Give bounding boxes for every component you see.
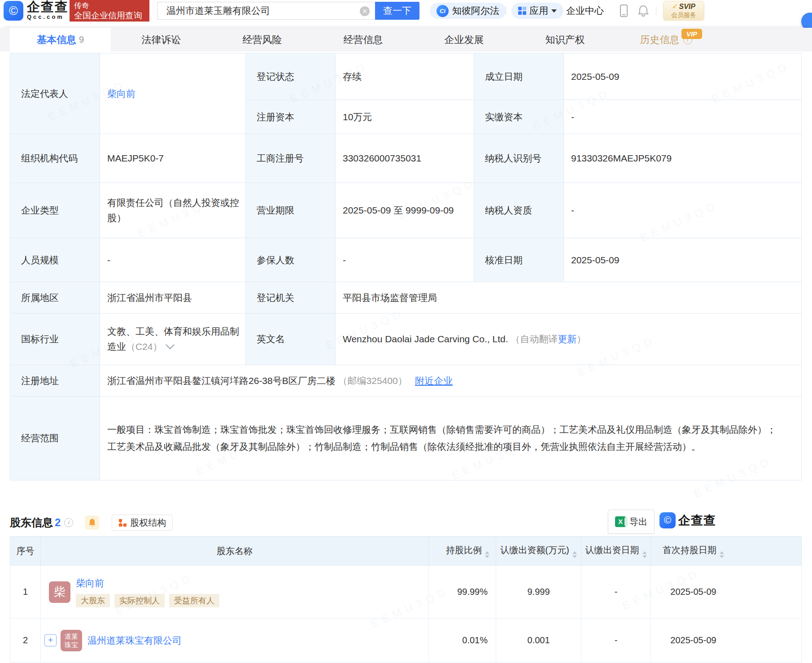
tab-company-development[interactable]: 企业发展 [414,28,515,52]
tab-basic-info[interactable]: 基本信息 9 [10,28,111,52]
sort-icon [485,551,489,558]
first-hold-date-value: 2025-05-09 [651,619,802,663]
tag-actual-controller: 实际控制人 [114,594,165,607]
tab-count: 9 [79,35,84,45]
business-term-label: 营业期限 [246,183,336,238]
company-type-value: 有限责任公司（自然人投资或控股） [100,183,246,238]
subscribe-date-value: - [581,619,651,663]
tab-operation-info[interactable]: 经营信息 [313,28,414,52]
translate-update-link[interactable]: 更新 [558,334,576,344]
tab-label: 基本信息 [37,33,76,47]
shareholder-name-link[interactable]: 温州道莱珠宝有限公司 [87,634,182,647]
enterprise-center-link[interactable]: 企业中心 [566,0,604,22]
shareholder-cell: + 道莱珠宝 温州道莱珠宝有限公司 [41,619,429,663]
industry-label: 国标行业 [10,314,100,365]
first-hold-date-value: 2025-05-09 [651,566,802,619]
insured-count-value: - [336,238,474,282]
qcc-logo-subtitle: Qcc.com [27,13,69,20]
zhibi-alpha-entry[interactable]: Ci 知彼阿尔法 [430,3,506,19]
table-row: 1 柴 柴向前 大股东 实际控制人 受益所有人 99.99% 9.999 - 2… [10,566,802,619]
promo-line1: 传奇 [74,1,145,10]
col-ratio-sort[interactable]: 持股比例 [429,537,496,566]
region-label: 所属地区 [10,282,100,314]
reg-number-value: 330326000735031 [336,134,474,183]
export-button[interactable]: X 导出 [608,510,655,534]
legal-rep-link[interactable]: 柴向前 [107,88,135,99]
taxpayer-quality-label: 纳税人资质 [474,183,564,238]
tab-label: 法律诉讼 [142,33,181,47]
paid-capital-label: 实缴资本 [474,100,564,134]
establish-date-label: 成立日期 [474,53,564,100]
business-term-value: 2025-05-09 至 9999-09-09 [336,183,474,238]
shareholders-table: 序号 股东名称 持股比例 认缴出资额(万元) 认缴出资日期 首次持股日期 1 柴… [10,536,802,663]
search-button[interactable]: 查一下 [375,2,419,20]
divider [506,7,506,15]
english-name-text: Wenzhou Daolai Jade Carving Co., Ltd. [343,334,508,344]
col-first-hold-date-label: 首次持股日期 [663,545,716,555]
tag-beneficial-owner: 受益所有人 [169,594,219,607]
region-value: 浙江省温州市平阳县 [100,282,246,314]
shareholder-cell: 柴 柴向前 大股东 实际控制人 受益所有人 [41,566,429,619]
qcc-logo-icon[interactable]: © [4,1,23,21]
tab-operation-risk[interactable]: 经营风险 [212,28,313,52]
zhibi-alpha-icon: Ci [437,5,449,17]
tab-label: 知识产权 [546,33,585,47]
notification-bell-icon[interactable] [637,4,649,17]
clear-search-icon[interactable]: ✕ [360,6,370,16]
search-box: ✕ [157,2,375,20]
equity-structure-label: 股权结构 [130,517,166,529]
equity-structure-button[interactable]: 股权结构 [112,515,173,531]
industry-expand-chevron-icon[interactable] [166,340,175,349]
tab-label: 企业发展 [445,33,484,47]
shareholders-info-icon[interactable]: i [64,518,73,527]
reg-authority-label: 登记机关 [246,282,336,314]
col-subscribe-date-sort[interactable]: 认缴出资日期 [581,537,651,566]
tab-label: 经营信息 [344,33,383,47]
sort-icon [720,551,724,558]
col-ratio-label: 持股比例 [446,545,482,555]
approval-date-value: 2025-05-09 [564,238,802,282]
ratio-value: 99.99% [429,566,496,619]
apps-menu[interactable]: 应用 [511,3,563,19]
col-amount-sort[interactable]: 认缴出资额(万元) [496,537,581,566]
shareholder-name-link[interactable]: 柴向前 [76,578,104,588]
reg-number-label: 工商注册号 [246,134,336,183]
excel-icon: X [615,516,626,527]
col-first-hold-date-sort[interactable]: 首次持股日期 [651,537,802,566]
shareholder-avatar[interactable]: 道莱珠宝 [61,630,82,651]
expand-plus-button[interactable]: + [44,634,57,646]
subscribe-date-value: - [581,566,651,619]
promo-badge[interactable]: 传奇 全国企业信用查询 [70,0,149,22]
tab-intellectual-property[interactable]: 知识产权 [515,28,616,52]
tab-legal-litigation[interactable]: 法律诉讼 [111,28,212,52]
svip-check-icon: ✓ [672,3,678,10]
amount-value: 0.001 [496,619,581,663]
taxpayer-quality-value: - [564,183,802,238]
amount-value: 9.999 [496,566,581,619]
english-name-label: 英文名 [246,314,336,365]
tab-history-info[interactable]: 历史信息 i VIP [616,28,716,52]
reg-capital-label: 注册资本 [246,100,336,134]
top-header: © 企查查 Qcc.com 传奇 全国企业信用查询 ✕ 查一下 Ci 知彼阿尔法… [0,0,812,22]
nearby-companies-link[interactable]: 附近企业 [415,375,453,386]
divider [656,7,656,15]
export-label: 导出 [629,516,647,528]
qcc-brand-text: 企查查 [678,512,716,528]
shareholder-avatar[interactable]: 柴 [49,581,70,603]
address-postcode: （邮编325400） [338,375,407,386]
insured-count-label: 参保人数 [246,238,336,282]
vip-badge: VIP [681,29,702,39]
address-value: 浙江省温州市平阳县鳌江镇河垟路26-38号B区厂房二楼 （邮编325400） 附… [100,365,802,397]
qcc-logo[interactable]: 企查查 Qcc.com [27,0,69,20]
mobile-app-icon[interactable] [620,4,628,17]
subscribe-bell-icon[interactable] [85,515,99,530]
search-input[interactable] [157,2,375,19]
ratio-value: 0.01% [429,619,496,663]
tab-label: 历史信息 [640,33,680,47]
chevron-down-icon [551,9,557,13]
qcc-brand-stamp: © 企查查 [659,512,716,528]
svip-member-entry[interactable]: ✓SVIP 会员服务 [663,1,704,21]
paid-capital-value: - [564,100,802,134]
equity-structure-icon [118,519,127,527]
staff-size-value: - [100,238,246,282]
